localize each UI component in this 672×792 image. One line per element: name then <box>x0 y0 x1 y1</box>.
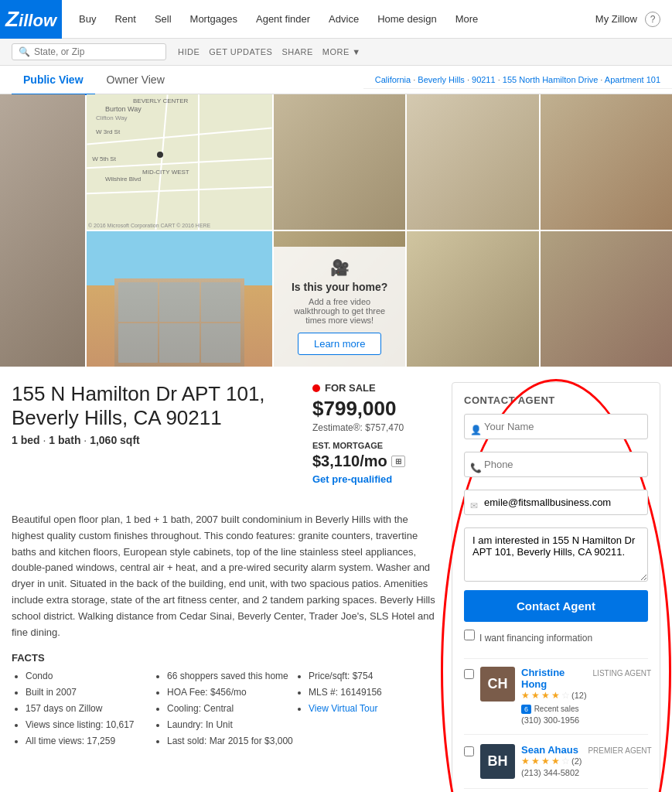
facts-col-1: Condo Built in 2007 157 days on Zillow V… <box>12 670 153 750</box>
sub-nav-actions: HIDE GET UPDATES SHARE MORE ▼ <box>178 47 361 56</box>
help-icon[interactable]: ? <box>645 12 660 27</box>
photo-top-right1[interactable] <box>407 94 538 230</box>
breadcrumb-street[interactable]: 155 North Hamilton Drive <box>503 75 599 84</box>
breadcrumb-unit[interactable]: Apartment 101 <box>605 75 660 84</box>
fact-days: 157 days on Zillow <box>26 702 153 715</box>
get-prequalified-link[interactable]: Get pre-qualified <box>312 473 392 485</box>
fact-year: Built in 2007 <box>26 686 153 699</box>
mortgage-calculator-icon[interactable]: ⊞ <box>391 456 405 467</box>
tab-public-view[interactable]: Public View <box>12 66 95 95</box>
video-camera-icon: 🎥 <box>285 258 394 277</box>
fact-price-sqft: Price/sqft: $754 <box>309 670 436 683</box>
photo-top-mid[interactable] <box>274 94 405 230</box>
photo-grid: Burton Way W 3rd St W 5th St BEVERLY CEN… <box>0 94 672 367</box>
search-input[interactable] <box>34 46 159 57</box>
breadcrumb: California · Beverly Hills · 90211 · 155… <box>363 71 672 89</box>
main-content: 155 N Hamilton Dr APT 101, Beverly Hills… <box>0 367 672 792</box>
agent-info-0: Christine Hong ★★★★☆ (12) 6 Recent sales… <box>521 667 587 725</box>
star-icon: ★ <box>551 690 560 701</box>
more-button[interactable]: MORE ▼ <box>322 47 361 56</box>
get-updates-button[interactable]: GET UPDATES <box>209 47 272 56</box>
main-nav: Buy Rent Sell Mortgages Agent finder Adv… <box>62 13 595 25</box>
property-address: 155 N Hamilton Dr APT 101, Beverly Hills… <box>12 382 297 430</box>
agent-list: CH Christine Hong ★★★★☆ (12) 6 Recent sa… <box>464 658 648 792</box>
phone-input[interactable] <box>464 452 648 477</box>
sub-nav: 🔍 HIDE GET UPDATES SHARE MORE ▼ <box>0 39 672 66</box>
financing-checkbox-wrapper: I want financing information <box>464 630 648 647</box>
phone-icon: 📞 <box>470 463 482 473</box>
photo-bottom-right2[interactable] <box>541 231 672 367</box>
for-sale-text: FOR SALE <box>325 382 376 394</box>
nav-more[interactable]: More <box>446 13 488 25</box>
contact-agent-button[interactable]: Contact Agent <box>464 590 648 622</box>
my-zillow-link[interactable]: My Zillow <box>595 13 637 25</box>
photo-left-tall[interactable] <box>0 94 85 367</box>
financing-label: I want financing information <box>479 633 592 644</box>
property-info: 155 N Hamilton Dr APT 101, Beverly Hills… <box>12 382 452 792</box>
name-field-wrapper: 👤 <box>464 414 648 446</box>
zillow-logo-text: Zillow <box>5 7 56 32</box>
search-bar[interactable]: 🔍 <box>12 43 166 60</box>
property-details-line: 1 bed · 1 bath · 1,060 sqft <box>12 434 297 446</box>
photo-top-right2[interactable] <box>541 94 672 230</box>
photo-bottom-mid[interactable]: 🎥 Is this your home? Add a free video wa… <box>274 231 405 367</box>
nav-sell[interactable]: Sell <box>145 13 181 25</box>
breadcrumb-city[interactable]: Beverly Hills <box>418 75 465 84</box>
star-icon: ★ <box>521 690 530 701</box>
agent-name-1[interactable]: Sean Ahaus <box>521 744 582 756</box>
email-icon: ✉ <box>470 500 478 511</box>
header: Zillow Buy Rent Sell Mortgages Agent fin… <box>0 0 672 39</box>
agent-stars-1: ★★★★☆ (2) <box>521 756 582 766</box>
agent-stars-0: ★★★★☆ (12) <box>521 690 587 701</box>
nav-right: My Zillow ? <box>595 12 672 27</box>
price-box: FOR SALE $799,000 Zestimate®: $757,470 E… <box>312 382 436 485</box>
photo-map[interactable]: Burton Way W 3rd St W 5th St BEVERLY CEN… <box>87 94 272 230</box>
star-icon: ★ <box>521 756 530 766</box>
agent-type-0: LISTING AGENT <box>593 667 652 678</box>
contact-panel-title: CONTACT AGENT <box>464 394 648 406</box>
tab-owner-view[interactable]: Owner View <box>95 66 176 95</box>
email-field-wrapper: ✉ <box>464 490 648 521</box>
breadcrumb-state[interactable]: California <box>375 75 411 84</box>
est-mortgage-value: $3,110/mo ⊞ <box>312 452 436 470</box>
message-textarea[interactable]: I am interested in 155 N Hamilton Dr APT… <box>464 527 648 582</box>
star-icon: ☆ <box>561 690 570 701</box>
zestimate: Zestimate®: $757,470 <box>312 422 436 433</box>
nav-agent-finder[interactable]: Agent finder <box>247 13 319 25</box>
star-icon: ★ <box>541 690 550 701</box>
video-overlay: 🎥 Is this your home? Add a free video wa… <box>274 247 405 367</box>
nav-rent[interactable]: Rent <box>105 13 145 25</box>
learn-more-button[interactable]: Learn more <box>298 333 381 355</box>
email-input[interactable] <box>464 490 648 515</box>
nav-advice[interactable]: Advice <box>319 13 368 25</box>
share-button[interactable]: SHARE <box>281 47 312 56</box>
facts-section: Facts Condo Built in 2007 157 days on Zi… <box>12 652 436 750</box>
agent-reviews-1: (2) <box>571 756 582 766</box>
agent-checkbox-0[interactable] <box>464 669 474 679</box>
search-icon: 🔍 <box>19 46 30 57</box>
nav-buy[interactable]: Buy <box>70 13 105 25</box>
photo-bottom-right1[interactable] <box>407 231 538 367</box>
name-input[interactable] <box>464 414 648 439</box>
fact-virtual-tour[interactable]: View Virtual Tour <box>309 702 436 715</box>
contact-panel: CONTACT AGENT 👤 📞 ✉ I am interested in 1… <box>452 382 660 792</box>
agent-checkbox-1[interactable] <box>464 746 474 756</box>
nav-home-design[interactable]: Home design <box>368 13 446 25</box>
breadcrumb-zip[interactable]: 90211 <box>472 75 496 84</box>
facts-col-3: Price/sqft: $754 MLS #: 16149156 View Vi… <box>295 670 436 750</box>
fact-cooling: Cooling: Central <box>167 702 295 715</box>
phone-field-wrapper: 📞 <box>464 452 648 483</box>
est-mortgage-label: EST. MORTGAGE <box>312 441 436 450</box>
zillow-logo[interactable]: Zillow <box>0 0 62 39</box>
agent-name-0[interactable]: Christine Hong <box>521 667 587 690</box>
fact-views-since: Views since listing: 10,617 <box>26 719 153 732</box>
photo-building[interactable] <box>87 231 272 367</box>
sales-label: Recent sales <box>534 705 579 713</box>
hide-button[interactable]: HIDE <box>178 47 200 56</box>
for-sale-badge: FOR SALE <box>312 382 436 394</box>
agent-photo-0: CH <box>480 667 515 702</box>
financing-checkbox[interactable] <box>464 630 475 640</box>
fact-mls: MLS #: 16149156 <box>309 686 436 699</box>
nav-mortgages[interactable]: Mortgages <box>181 13 247 25</box>
agent-type-1: PREMIER AGENT <box>588 744 651 755</box>
